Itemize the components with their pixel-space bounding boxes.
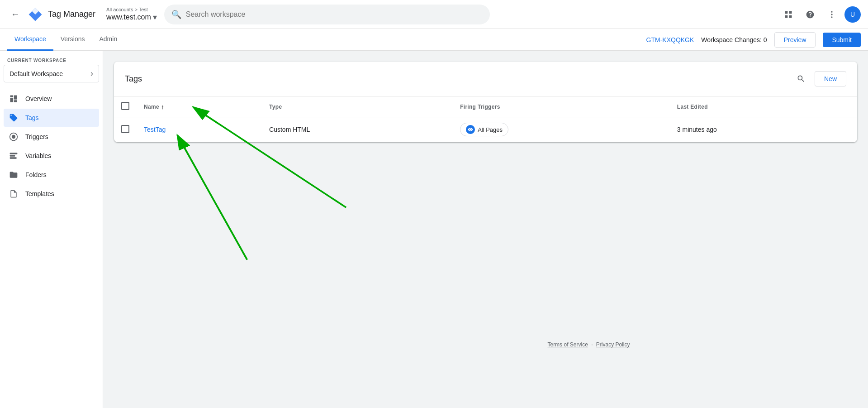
tag-trigger-cell: All Pages	[453, 117, 670, 142]
sidebar-item-label-folders: Folders	[25, 171, 47, 178]
column-header-type: Type	[262, 96, 453, 117]
help-icon[interactable]	[801, 5, 819, 24]
folders-icon	[9, 170, 18, 179]
sidebar-item-label-templates: Templates	[25, 190, 54, 197]
table-row: TestTag Custom HTML All Pages 3 minute	[114, 117, 857, 142]
workspace-changes: Workspace Changes: 0	[701, 36, 767, 43]
row-checkbox-cell	[114, 117, 137, 142]
tags-icon	[9, 113, 18, 122]
svg-point-8	[831, 14, 832, 15]
tag-manager-logo	[27, 6, 43, 23]
back-button[interactable]: ←	[7, 6, 24, 23]
svg-rect-13	[14, 100, 17, 102]
tags-table: Name ↑ Type Firing Triggers Last Edited	[114, 96, 857, 142]
gtm-id[interactable]: GTM-KXQQKGK	[646, 36, 694, 43]
select-all-checkbox[interactable]	[121, 102, 129, 110]
sidebar-item-folders[interactable]: Folders	[4, 166, 99, 184]
privacy-link[interactable]: Privacy Policy	[596, 341, 630, 348]
tags-header-right: New	[793, 71, 846, 87]
tab-admin[interactable]: Admin	[92, 29, 124, 51]
svg-point-15	[12, 135, 15, 139]
main-layout: CURRENT WORKSPACE Default Workspace › Ov…	[0, 51, 868, 408]
sidebar-item-label-overview: Overview	[25, 95, 52, 102]
main-content: Tags New Name	[103, 51, 868, 408]
app-title: Tag Manager	[48, 10, 95, 19]
footer: Terms of Service · Privacy Policy	[217, 332, 868, 357]
svg-rect-3	[785, 11, 788, 14]
svg-rect-18	[10, 157, 17, 158]
svg-rect-4	[789, 11, 792, 14]
new-tag-button[interactable]: New	[815, 71, 846, 86]
svg-rect-17	[10, 155, 15, 156]
sidebar-item-label-tags: Tags	[25, 114, 39, 121]
workspace-selector[interactable]: Default Workspace ›	[4, 65, 99, 82]
workspace-chevron-icon: ›	[90, 69, 93, 78]
sidebar-item-triggers[interactable]: Triggers	[4, 128, 99, 146]
templates-icon	[9, 189, 18, 198]
svg-point-9	[831, 16, 832, 18]
svg-rect-6	[789, 15, 792, 18]
svg-rect-12	[14, 96, 17, 100]
sort-icon: ↑	[161, 103, 164, 110]
tags-title: Tags	[125, 74, 142, 84]
sidebar-item-overview[interactable]: Overview	[4, 90, 99, 108]
tab-versions[interactable]: Versions	[53, 29, 92, 51]
svg-point-7	[831, 11, 832, 12]
apps-icon[interactable]	[779, 5, 797, 24]
chevron-down-icon: ▾	[153, 12, 157, 22]
terms-link[interactable]: Terms of Service	[547, 341, 588, 348]
tab-workspace[interactable]: Workspace	[7, 29, 53, 51]
sidebar: CURRENT WORKSPACE Default Workspace › Ov…	[0, 51, 103, 408]
search-bar: 🔍	[164, 5, 490, 24]
column-header-name[interactable]: Name ↑	[137, 96, 262, 117]
svg-rect-11	[10, 98, 14, 102]
domain-selector[interactable]: www.test.com ▾	[106, 12, 157, 22]
column-header-firing-triggers: Firing Triggers	[453, 96, 670, 117]
sidebar-item-label-variables: Variables	[25, 152, 51, 159]
svg-rect-16	[10, 153, 18, 154]
tag-last-edited-cell: 3 minutes ago	[670, 117, 857, 142]
workspace-name: Default Workspace	[9, 70, 63, 77]
preview-button[interactable]: Preview	[774, 32, 816, 48]
svg-rect-10	[10, 96, 14, 97]
more-options-icon[interactable]	[823, 5, 841, 24]
sidebar-item-templates[interactable]: Templates	[4, 185, 99, 203]
search-icon: 🔍	[171, 10, 181, 19]
header-right: U	[779, 5, 861, 24]
row-checkbox[interactable]	[121, 125, 129, 133]
select-all-header	[114, 96, 137, 117]
triggers-icon	[9, 132, 18, 141]
domain-text: www.test.com	[106, 13, 151, 21]
trigger-eye-icon	[466, 125, 475, 134]
account-breadcrumb: All accounts > Test	[106, 7, 157, 12]
account-selector[interactable]: All accounts > Test www.test.com ▾	[106, 7, 157, 22]
tag-name-cell: TestTag	[137, 117, 262, 142]
avatar[interactable]: U	[844, 6, 861, 23]
tag-name-link[interactable]: TestTag	[144, 126, 166, 133]
variables-icon	[9, 151, 18, 160]
sidebar-item-label-triggers: Triggers	[25, 133, 48, 140]
tags-card: Tags New Name	[114, 62, 857, 142]
svg-line-21	[177, 135, 247, 259]
nav-right-actions: GTM-KXQQKGK Workspace Changes: 0 Preview…	[646, 32, 861, 48]
sidebar-nav: Overview Tags Triggers Var	[0, 86, 103, 206]
column-header-last-edited: Last Edited	[670, 96, 857, 117]
overview-icon	[9, 94, 18, 103]
search-input[interactable]	[186, 10, 483, 19]
tag-type-cell: Custom HTML	[262, 117, 453, 142]
trigger-name: All Pages	[478, 126, 503, 133]
submit-button[interactable]: Submit	[823, 33, 861, 47]
sidebar-item-tags[interactable]: Tags	[4, 109, 99, 127]
table-header-row: Name ↑ Type Firing Triggers Last Edited	[114, 96, 857, 117]
sidebar-item-variables[interactable]: Variables	[4, 147, 99, 165]
tags-search-button[interactable]	[793, 71, 809, 87]
trigger-badge[interactable]: All Pages	[460, 123, 508, 136]
nav-bar: Workspace Versions Admin GTM-KXQQKGK Wor…	[0, 29, 868, 51]
logo-area: Tag Manager	[27, 6, 95, 23]
svg-rect-5	[785, 15, 788, 18]
footer-separator: ·	[591, 341, 593, 348]
current-workspace-label: CURRENT WORKSPACE	[0, 51, 103, 65]
top-header: ← Tag Manager All accounts > Test www.te…	[0, 0, 868, 29]
tags-header: Tags New	[114, 62, 857, 96]
